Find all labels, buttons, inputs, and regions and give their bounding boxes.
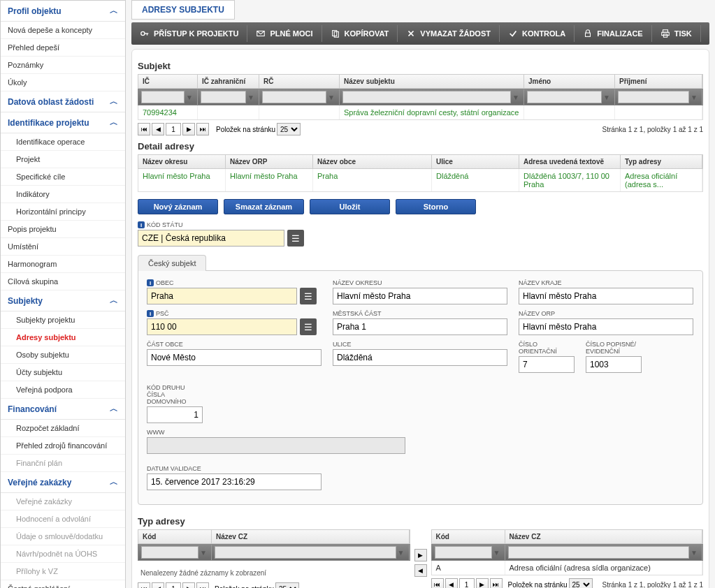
- toolbar-pristup[interactable]: PŘÍSTUP K PROJEKTU: [131, 25, 247, 42]
- filter-icon[interactable]: ▼: [689, 547, 699, 557]
- sidebar-item-poznamky[interactable]: Poznámky: [1, 57, 125, 74]
- sidebar-section-verejne-zakazky[interactable]: Veřejné zakázky ︿: [1, 472, 125, 493]
- header-nazev[interactable]: Název subjektu: [340, 75, 524, 88]
- header-icz[interactable]: IČ zahraniční: [198, 75, 259, 88]
- pager-prev[interactable]: ◀: [152, 582, 164, 588]
- cast-obce-input[interactable]: [147, 349, 322, 366]
- toolbar-finalizace[interactable]: FINALIZACE: [575, 25, 651, 42]
- move-left-button[interactable]: ◀: [414, 564, 427, 577]
- sidebar-section-subjekty[interactable]: Subjekty ︿: [1, 291, 125, 311]
- sidebar-item-specificke-cile[interactable]: Specifické cíle: [1, 168, 125, 186]
- obec-lookup-button[interactable]: ☰: [300, 288, 317, 304]
- ulice-input[interactable]: [333, 349, 507, 366]
- header-kod[interactable]: Kód: [138, 530, 212, 543]
- sidebar-section-datova[interactable]: Datová oblast žádosti ︿: [1, 91, 125, 112]
- sidebar-item-hodnoceni[interactable]: Hodnocení a odvolání: [1, 510, 125, 528]
- filter-icon[interactable]: ▼: [602, 92, 612, 102]
- pager-page-input[interactable]: [459, 578, 475, 588]
- pager-next[interactable]: ▶: [182, 582, 195, 588]
- datum-validace-input[interactable]: [147, 473, 322, 490]
- sidebar-item-adresy-subjektu[interactable]: Adresy subjektu: [1, 329, 125, 346]
- sidebar-section-identifikace[interactable]: Identifikace projektu ︿: [1, 112, 125, 133]
- sidebar-section-financovani[interactable]: Financování ︿: [1, 399, 125, 420]
- sidebar-item-verejna-podpora[interactable]: Veřejná podpora: [1, 381, 125, 399]
- sidebar-item-subjekty-projektu[interactable]: Subjekty projektu: [1, 311, 125, 329]
- filter-icon[interactable]: ▼: [185, 92, 194, 102]
- move-right-button[interactable]: ▶: [414, 549, 427, 561]
- header-prijmeni[interactable]: Příjmení: [615, 75, 702, 88]
- toolbar-vymazat[interactable]: VYMAZAT ŽÁDOST: [398, 25, 500, 42]
- toolbar-tisk[interactable]: TISK: [652, 25, 701, 42]
- sidebar-item-osoby-subjektu[interactable]: Osoby subjektu: [1, 346, 125, 364]
- sidebar-item-verejne-zakazky[interactable]: Veřejné zakázky: [1, 493, 125, 510]
- subjekt-row[interactable]: 70994234 Správa železniční dopravní cest…: [138, 105, 703, 120]
- mestska-cast-input[interactable]: [333, 318, 507, 335]
- filter-nazev-right[interactable]: [508, 546, 690, 559]
- sidebar-item-horizontalni[interactable]: Horizontální principy: [1, 203, 125, 221]
- pager-size-select[interactable]: 25: [275, 582, 299, 588]
- filter-nazev[interactable]: [342, 91, 511, 103]
- sidebar-item-navrh-uohs[interactable]: Návrh/podnět na ÚOHS: [1, 545, 125, 563]
- sidebar-item-cilova[interactable]: Cílová skupina: [1, 273, 125, 291]
- pager-prev[interactable]: ◀: [152, 123, 164, 135]
- smazat-zaznam-button[interactable]: Smazat záznam: [224, 199, 304, 214]
- sidebar-item-indikatory[interactable]: Indikátory: [1, 186, 125, 203]
- sidebar-item-prehled-zdroju[interactable]: Přehled zdrojů financování: [1, 437, 125, 455]
- ulozit-button[interactable]: Uložit: [310, 199, 390, 214]
- toolbar-kontrola[interactable]: KONTROLA: [500, 25, 575, 42]
- pager-last[interactable]: ⏭: [490, 578, 503, 588]
- pager-size-select[interactable]: 25: [569, 578, 593, 588]
- sidebar-item-rozpocet[interactable]: Rozpočet základní: [1, 420, 125, 437]
- pager-last[interactable]: ⏭: [196, 123, 209, 135]
- psc-lookup-button[interactable]: ☰: [300, 318, 317, 335]
- nazev-okresu-input[interactable]: [333, 288, 507, 304]
- sidebar-item-popis[interactable]: Popis projektu: [1, 221, 125, 238]
- sidebar-item-identifikace-operace[interactable]: Identifikace operace: [1, 133, 125, 151]
- filter-icon[interactable]: ▼: [198, 547, 208, 557]
- pager-first[interactable]: ⏮: [138, 123, 150, 135]
- nazev-kraje-input[interactable]: [519, 288, 693, 304]
- sidebar-item-umisteni[interactable]: Umístění: [1, 238, 125, 256]
- tab-adresy-subjektu[interactable]: ADRESY SUBJEKTU: [131, 0, 235, 20]
- subtab-cesky-subjekt[interactable]: Český subjekt: [138, 255, 206, 271]
- header-ulice[interactable]: Ulice: [432, 155, 519, 168]
- pager-next[interactable]: ▶: [476, 578, 489, 588]
- detail-row[interactable]: Hlavní město Praha Hlavní město Praha Pr…: [138, 169, 703, 192]
- sidebar-item-ucty-subjektu[interactable]: Účty subjektu: [1, 364, 125, 381]
- header-nazev-cz[interactable]: Název CZ: [505, 530, 703, 543]
- www-input[interactable]: [147, 437, 405, 454]
- header-rc[interactable]: RČ: [259, 75, 340, 88]
- filter-prijmeni[interactable]: [618, 91, 689, 103]
- filter-jmeno[interactable]: [527, 91, 602, 103]
- pager-prev[interactable]: ◀: [445, 578, 458, 588]
- sidebar-item-harmonogram[interactable]: Harmonogram: [1, 256, 125, 273]
- pager-last[interactable]: ⏭: [196, 582, 209, 588]
- filter-ic[interactable]: [141, 91, 185, 103]
- sidebar-item-udaje-smlouve[interactable]: Údaje o smlouvě/dodatku: [1, 528, 125, 545]
- header-obec[interactable]: Název obce: [313, 155, 432, 168]
- nazev-orp-input[interactable]: [519, 318, 693, 335]
- header-nazev-cz[interactable]: Název CZ: [212, 530, 410, 543]
- header-text[interactable]: Adresa uvedená textově: [519, 155, 621, 168]
- kod-druhu-input[interactable]: [147, 406, 203, 423]
- kod-statu-input[interactable]: [138, 230, 284, 247]
- header-jmeno[interactable]: Jméno: [524, 75, 615, 88]
- filter-rc[interactable]: [262, 91, 326, 103]
- pager-page-input[interactable]: [166, 123, 181, 135]
- cislo-or-input[interactable]: [519, 356, 575, 373]
- pager-next[interactable]: ▶: [182, 123, 195, 135]
- toolbar-plne-moci[interactable]: PLNÉ MOCI: [247, 25, 322, 42]
- sidebar-item-prehled-depesi[interactable]: Přehled depeší: [1, 39, 125, 57]
- header-okres[interactable]: Název okresu: [138, 155, 226, 168]
- filter-icon[interactable]: ▼: [511, 92, 521, 102]
- filter-icz[interactable]: [201, 91, 246, 103]
- filter-icon[interactable]: ▼: [396, 547, 406, 557]
- sidebar-item-ukoly[interactable]: Úkoly: [1, 74, 125, 91]
- pager-page-input[interactable]: [166, 582, 181, 588]
- filter-icon[interactable]: ▼: [246, 92, 256, 102]
- pager-first[interactable]: ⏮: [431, 578, 444, 588]
- filter-nazev-left[interactable]: [215, 546, 396, 559]
- filter-kod-right[interactable]: [435, 546, 492, 559]
- header-typ[interactable]: Typ adresy: [621, 155, 702, 168]
- sidebar-item-projekt[interactable]: Projekt: [1, 151, 125, 168]
